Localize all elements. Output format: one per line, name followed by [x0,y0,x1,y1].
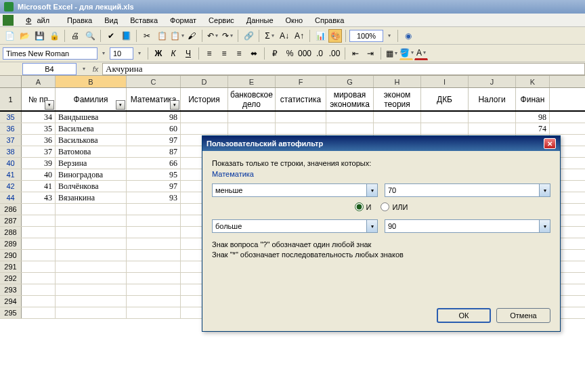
cell[interactable]: Вандышева [56,112,127,123]
cell[interactable]: 87 [127,146,181,157]
cell[interactable]: Верзина [56,158,127,169]
format-painter-icon[interactable]: 🖌 [185,29,198,43]
cell[interactable] [469,112,516,123]
cell[interactable] [127,296,181,307]
permission-icon[interactable]: 🔒 [47,29,61,43]
cell[interactable]: 74 [516,123,550,134]
cell[interactable] [228,123,276,134]
cell[interactable]: Вязанкина [56,192,127,203]
cell[interactable]: 66 [127,158,181,169]
row-header[interactable]: 38 [0,146,22,157]
cell[interactable] [326,112,374,123]
row-header[interactable]: 36 [0,123,22,134]
cell[interactable]: 34 [22,112,56,123]
cell[interactable]: Волчёнкова [56,181,127,192]
filter-button[interactable]: ▾ [45,100,54,110]
zoom-combo[interactable]: 100% [349,30,383,42]
row-header[interactable]: 293 [0,284,22,295]
merge-center-icon[interactable]: ⬌ [247,47,261,60]
header-cell-worldecon[interactable]: мировая экономика [326,88,374,110]
row-header[interactable]: 289 [0,238,22,249]
paste-icon[interactable]: 📋 [170,29,183,43]
filter-button[interactable]: ▾ [170,100,179,110]
document-icon[interactable] [3,15,14,26]
cell[interactable] [228,112,276,123]
currency-icon[interactable]: ₽ [268,47,282,60]
cell[interactable] [22,215,56,226]
cell[interactable] [127,307,181,318]
value2-combo[interactable]: 90▾ [385,219,550,233]
col-header-K[interactable]: K [516,76,550,87]
cell[interactable] [181,112,228,123]
cell[interactable] [56,261,127,272]
underline-icon[interactable]: Ч [181,47,195,60]
header-cell-taxes[interactable]: Налоги [469,88,516,110]
cell[interactable] [56,215,127,226]
row-header[interactable]: 44 [0,192,22,203]
cell[interactable]: 43 [22,192,56,203]
cell[interactable] [421,123,469,134]
col-header-J[interactable]: J [469,76,516,87]
filter-button[interactable]: ▾ [116,100,125,110]
chevron-down-icon[interactable]: ▾ [366,220,377,232]
radio-and[interactable]: И [355,202,372,211]
row-header[interactable]: 295 [0,307,22,318]
chevron-down-icon[interactable]: ▾ [539,220,550,232]
cell[interactable]: 60 [127,123,181,134]
cell[interactable] [56,227,127,238]
borders-icon[interactable]: ▦ [385,47,398,60]
menu-window[interactable]: Окно [280,15,309,26]
header-cell-history[interactable]: История [181,88,228,110]
header-cell-surname[interactable]: Фамилия▾ [56,88,127,110]
font-size-combo[interactable]: 10 [110,47,133,60]
cell[interactable]: 37 [22,146,56,157]
sort-desc-icon[interactable]: A↑ [292,29,306,43]
row-header[interactable]: 40 [0,158,22,169]
cell[interactable] [127,273,181,284]
font-color-icon[interactable]: A [414,47,428,60]
header-cell-dkb[interactable]: ДКБ [421,88,469,110]
align-center-icon[interactable]: ≡ [217,47,231,60]
cell[interactable]: 97 [127,135,181,146]
cell[interactable] [56,238,127,249]
cell[interactable] [127,227,181,238]
new-icon[interactable]: 📄 [3,29,16,43]
menu-file[interactable]: Файл [20,15,60,26]
percent-icon[interactable]: % [283,47,297,60]
radio-or[interactable]: ИЛИ [381,202,408,211]
name-box-dropdown-icon[interactable]: ▾ [79,66,89,72]
row-header[interactable]: 35 [0,112,22,123]
hyperlink-icon[interactable]: 🔗 [242,29,255,43]
redo-icon[interactable]: ↷ [221,29,234,43]
print-icon[interactable]: 🖨 [68,29,82,43]
cancel-button[interactable]: Отмена [496,308,550,323]
font-name-combo[interactable]: Times New Roman [3,47,98,60]
cell[interactable]: Васильева [56,123,127,134]
cut-icon[interactable]: ✂ [140,29,154,43]
chevron-down-icon[interactable]: ▾ [539,184,550,196]
col-header-B[interactable]: B [56,76,127,87]
italic-icon[interactable]: К [167,47,180,60]
menu-view[interactable]: Вид [99,15,123,26]
cell[interactable] [22,284,56,295]
value1-combo[interactable]: 70▾ [385,183,550,197]
cell[interactable] [56,204,127,215]
cell[interactable] [22,307,56,318]
decrease-indent-icon[interactable]: ⇤ [349,47,362,60]
cell[interactable] [127,215,181,226]
cell[interactable] [374,123,421,134]
row-header-1[interactable]: 1 [0,88,22,110]
col-header-A[interactable]: A [22,76,56,87]
cell[interactable] [22,261,56,272]
bold-icon[interactable]: Ж [152,47,165,60]
row-header[interactable]: 294 [0,296,22,307]
fill-color-icon[interactable]: 🪣 [399,47,413,60]
cell[interactable]: Василькова [56,135,127,146]
header-cell-econtheory[interactable]: эконом теория [374,88,421,110]
zoom-dropdown-icon[interactable]: ▾ [385,32,394,39]
cell[interactable] [127,261,181,272]
cell[interactable] [22,296,56,307]
copy-icon[interactable]: 📋 [155,29,169,43]
menu-data[interactable]: Данные [241,15,279,26]
cell[interactable]: Ватомова [56,146,127,157]
